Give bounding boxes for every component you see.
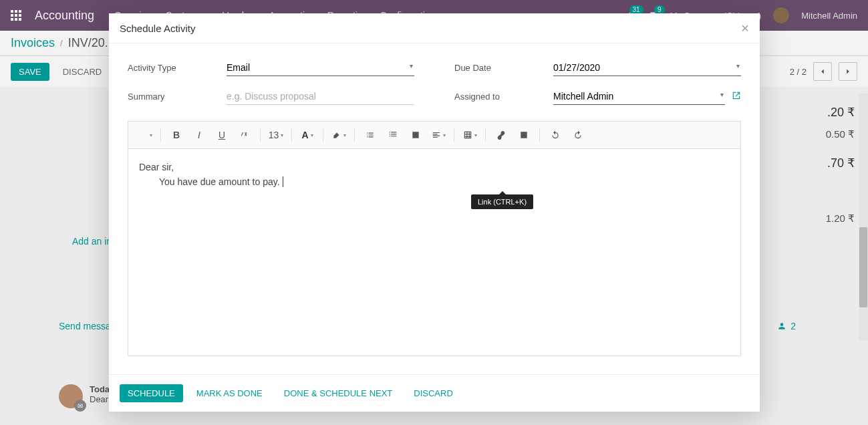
summary-input[interactable]: e.g. Discuss proposal xyxy=(227,88,414,105)
underline-icon[interactable]: U xyxy=(212,126,232,144)
mark-done-button[interactable]: MARK AS DONE xyxy=(188,384,271,402)
image-icon[interactable] xyxy=(514,126,534,144)
font-color-icon[interactable]: A xyxy=(297,126,317,144)
undo-icon[interactable] xyxy=(545,126,565,144)
due-date-input[interactable]: 01/27/2020 xyxy=(553,59,741,76)
link-tooltip: Link (CTRL+K) xyxy=(471,194,533,209)
highlight-icon[interactable] xyxy=(329,126,349,144)
font-size-select[interactable]: 13 xyxy=(266,126,286,144)
table-icon[interactable] xyxy=(460,126,480,144)
modal-discard-button[interactable]: DISCARD xyxy=(406,384,461,402)
clear-format-icon[interactable] xyxy=(235,126,255,144)
link-icon[interactable] xyxy=(491,126,511,144)
label-summary: Summary xyxy=(128,92,227,102)
checklist-icon[interactable] xyxy=(406,126,426,144)
activity-type-select[interactable]: Email xyxy=(227,59,414,76)
modal-header: Schedule Activity × xyxy=(109,13,760,43)
align-icon[interactable] xyxy=(428,126,448,144)
editor-toolbar: B I U 13 A xyxy=(128,121,741,149)
style-remove-icon[interactable] xyxy=(135,126,155,144)
label-due-date: Due Date xyxy=(454,63,553,73)
done-next-button[interactable]: DONE & SCHEDULE NEXT xyxy=(276,384,401,402)
label-activity-type: Activity Type xyxy=(128,63,227,73)
label-assigned: Assigned to xyxy=(454,92,553,102)
bold-icon[interactable]: B xyxy=(166,126,186,144)
assigned-select[interactable]: Mitchell Admin xyxy=(553,88,725,105)
editor-body[interactable]: Dear sir, You have due amount to pay. xyxy=(128,149,741,356)
redo-icon[interactable] xyxy=(568,126,588,144)
modal-title: Schedule Activity xyxy=(120,23,195,34)
external-link-icon[interactable] xyxy=(732,91,741,102)
modal-footer: SCHEDULE MARK AS DONE DONE & SCHEDULE NE… xyxy=(109,374,760,412)
italic-icon[interactable]: I xyxy=(189,126,209,144)
schedule-activity-modal: Schedule Activity × Activity Type Email … xyxy=(109,13,760,412)
schedule-button[interactable]: SCHEDULE xyxy=(120,384,183,402)
ol-icon[interactable] xyxy=(383,126,403,144)
editor-line: Dear sir, xyxy=(139,160,730,174)
close-icon[interactable]: × xyxy=(741,21,749,35)
editor-line: You have due amount to pay. xyxy=(159,174,730,189)
ul-icon[interactable] xyxy=(360,126,380,144)
modal-body: Activity Type Email Due Date 01/27/2020 … xyxy=(109,43,760,374)
